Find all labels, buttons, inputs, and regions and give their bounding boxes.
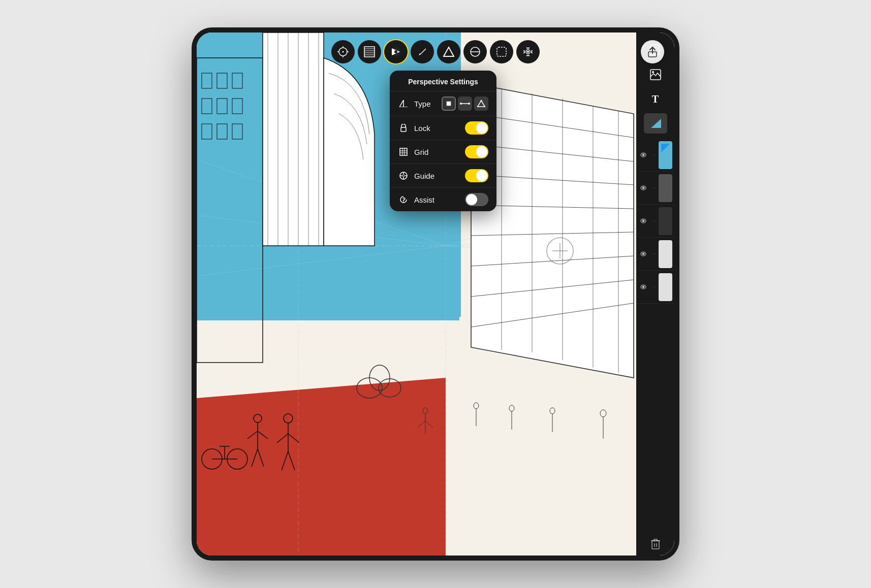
text-icon-label: T [652,93,659,105]
layer-thumbnail [659,207,672,235]
svg-point-128 [642,220,645,222]
guide-toggle[interactable] [465,169,488,182]
layer-thumbnail [659,141,672,169]
svg-point-94 [527,51,529,53]
guide-icon [398,170,409,181]
layer-item[interactable]: ··· [636,139,674,172]
svg-marker-90 [444,47,454,56]
assist-toggle[interactable] [465,193,488,206]
panel-import-btn[interactable] [644,64,667,85]
layer-item[interactable]: ··· [636,238,674,271]
grid-toggle[interactable] [465,145,488,158]
lock-toggle[interactable] [465,121,488,135]
svg-point-78 [343,51,344,53]
lock-icon [398,122,409,134]
layer-thumbnail [659,240,672,268]
lock-label: Lock [414,124,465,133]
tool-selection[interactable] [490,40,513,63]
guide-label: Guide [414,172,465,180]
type-three-point[interactable] [474,96,488,111]
selected-corner-indicator [661,144,670,153]
layer-options-dots[interactable]: ··· [650,219,659,223]
layer-options-dots[interactable]: ··· [650,285,659,289]
svg-rect-98 [447,102,451,106]
svg-marker-96 [399,100,403,107]
layer-visibility-toggle[interactable] [636,152,650,157]
svg-rect-131 [652,541,659,549]
svg-marker-125 [651,119,661,128]
assist-icon [398,194,409,205]
svg-point-113 [402,175,405,177]
perspective-settings-popup: Perspective Settings Type [390,71,496,211]
layer-options-dots[interactable]: ··· [650,186,659,190]
type-selector [442,96,488,111]
share-button[interactable] [641,40,664,63]
canvas-area: Perspective Settings Type [197,32,674,556]
type-one-point[interactable] [442,96,456,111]
popup-title: Perspective Settings [390,71,496,91]
layer-item[interactable]: ··· [636,172,674,205]
layer-list: ··· ··· [636,139,674,532]
svg-point-130 [642,286,645,288]
layer-visibility-toggle[interactable] [636,218,650,223]
svg-point-89 [394,50,397,53]
tool-perspective[interactable] [384,40,408,63]
toolbar [331,40,540,63]
layer-item[interactable]: ··· [636,205,674,238]
panel-perspective-btn[interactable] [644,113,667,134]
tool-settings[interactable] [516,40,540,63]
svg-point-124 [652,71,654,73]
svg-point-129 [642,253,645,255]
svg-point-67 [550,408,555,414]
grid-icon [398,146,409,157]
svg-marker-21 [263,32,324,246]
svg-point-69 [600,410,606,417]
svg-rect-83 [364,47,375,57]
svg-point-118 [403,202,404,203]
svg-marker-102 [478,101,485,107]
svg-rect-106 [401,127,406,132]
settings-row-type: Type [390,91,496,116]
layer-thumbnail [659,174,672,202]
tool-eraser[interactable] [463,40,487,63]
ipad-screen: Perspective Settings Type [197,32,674,556]
assist-label: Assist [414,195,465,204]
svg-point-127 [642,187,645,189]
layer-visibility-toggle[interactable] [636,185,650,190]
layer-visibility-toggle[interactable] [636,284,650,289]
ipad-frame: Perspective Settings Type [192,27,679,561]
svg-rect-107 [400,148,407,155]
settings-row-lock: Lock [390,116,496,140]
panel-delete-btn[interactable] [636,532,674,556]
svg-point-126 [642,154,645,156]
svg-point-101 [468,103,470,105]
layer-item[interactable]: ··· [636,271,674,304]
layer-options-dots[interactable]: ··· [650,153,659,157]
settings-row-grid: Grid [390,140,496,164]
right-panel: T [636,32,674,556]
type-icon [398,98,409,109]
svg-marker-1 [197,378,446,556]
layer-options-dots[interactable]: ··· [650,252,659,256]
tool-hatch[interactable] [358,40,381,63]
layer-visibility-toggle[interactable] [636,251,650,256]
tool-pen[interactable] [411,40,434,63]
grid-label: Grid [414,148,465,156]
type-two-point[interactable] [458,96,472,111]
svg-point-65 [509,405,514,411]
panel-text-btn[interactable]: T [644,89,667,109]
type-label: Type [414,100,442,108]
layer-thumbnail [659,273,672,301]
tool-transform[interactable] [331,40,355,63]
svg-point-63 [474,403,479,409]
svg-point-99 [460,103,462,105]
tool-shape[interactable] [437,40,460,63]
svg-rect-93 [497,47,506,56]
settings-row-guide: Guide [390,164,496,188]
settings-row-assist: Assist [390,188,496,211]
